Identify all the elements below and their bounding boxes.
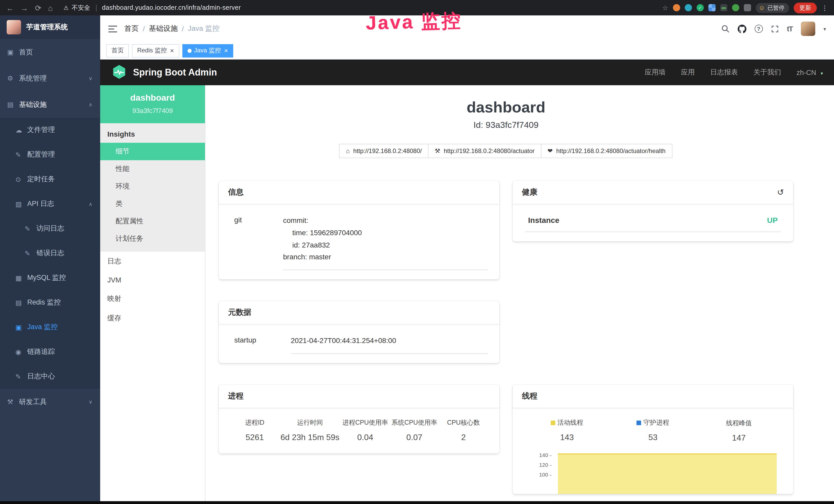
menu-item-file[interactable]: ☁ 文件管理: [0, 118, 100, 142]
menu-item-error-log[interactable]: ✎ 错误日志: [0, 241, 100, 266]
menu-item-log-center[interactable]: ✎ 日志中心: [0, 364, 100, 389]
browser-home-button[interactable]: ⌂: [48, 4, 53, 12]
threads-chart: 140 120 100: [528, 451, 780, 494]
tab-redis[interactable]: Redis 监控 ×: [132, 44, 179, 57]
sba-menu-caches[interactable]: 缓存: [100, 308, 205, 328]
locale-select[interactable]: zh-CN ▾: [796, 69, 823, 76]
menu-item-mysql[interactable]: ▦ MySQL 监控: [0, 266, 100, 290]
metric-value: 0.07: [390, 433, 439, 442]
menu-label: API 日志: [27, 199, 54, 208]
info-line: branch: master: [283, 251, 488, 264]
sba-menu-metrics[interactable]: 性能: [100, 160, 205, 178]
edit-icon: ✎: [16, 151, 27, 158]
sba-menu-jvm[interactable]: JVM: [100, 271, 205, 289]
search-icon[interactable]: [721, 25, 729, 33]
history-icon[interactable]: ↺: [777, 187, 784, 197]
card-header: 元数据: [219, 301, 499, 324]
browser-menu-icon[interactable]: ⋮: [821, 4, 828, 12]
menu-item-infra[interactable]: ▤ 基础设施 ∧: [0, 91, 100, 118]
dashboard-icon: ▣: [7, 48, 19, 56]
layers-icon: ▤: [16, 299, 27, 306]
menu-item-api-log[interactable]: ▧ API 日志 ∧: [0, 191, 100, 216]
menu-item-access-log[interactable]: ✎ 访问日志: [0, 216, 100, 241]
sba-menu-environment[interactable]: 环境: [100, 178, 205, 195]
edit-icon: ✎: [16, 372, 27, 380]
nav-about[interactable]: 关于我们: [753, 68, 781, 77]
service-url-link[interactable]: ⌂ http://192.168.0.2:48080/: [339, 144, 429, 158]
metric-value: 5261: [230, 433, 279, 442]
menu-item-home[interactable]: ▣ 首页: [0, 39, 100, 65]
info-row: git commit: time: 1596289704000 id: 27aa…: [230, 214, 488, 270]
extension-icon[interactable]: ✓: [696, 4, 704, 11]
actuator-url-link[interactable]: ⚒ http://192.168.0.2:48080/actuator: [428, 144, 541, 158]
sba-menu-classes[interactable]: 类: [100, 195, 205, 212]
browser-address-bar[interactable]: ⚠ 不安全 dashboard.yudao.iocoder.cn/infra/a…: [63, 3, 241, 12]
extension-icon[interactable]: [673, 4, 680, 11]
sba-menu-logs[interactable]: 日志: [100, 252, 205, 271]
extension-icon[interactable]: [684, 4, 692, 11]
sba-menu-configprops[interactable]: 配置属性: [100, 212, 205, 230]
menu-item-system[interactable]: ⚙ 系统管理 ∨: [0, 65, 100, 91]
github-icon[interactable]: [738, 24, 746, 33]
paused-badge[interactable]: ☺ 已暂停: [755, 3, 789, 13]
sba-menu-scheduled-tasks[interactable]: 计划任务: [100, 230, 205, 248]
table-icon: ▦: [16, 274, 27, 282]
menu-item-redis[interactable]: ▤ Redis 监控: [0, 290, 100, 315]
nav-journal[interactable]: 日志报表: [710, 68, 738, 77]
close-icon[interactable]: ×: [170, 47, 174, 54]
instance-links: ⌂ http://192.168.0.2:48080/ ⚒ http://192…: [219, 144, 793, 158]
bookmark-star-icon[interactable]: ☆: [662, 4, 668, 12]
metric-label: 运行时间: [279, 418, 341, 427]
menu-item-config[interactable]: ✎ 配置管理: [0, 142, 100, 167]
monitor-icon: ▤: [7, 101, 19, 108]
extension-icon[interactable]: on: [720, 4, 727, 11]
threads-legend: 活动线程 143 守护进程 53: [524, 417, 782, 443]
menu-label: 系统管理: [19, 74, 47, 83]
browser-update-button[interactable]: 更新: [794, 2, 817, 13]
breadcrumb-home[interactable]: 首页: [124, 24, 139, 33]
extension-icon[interactable]: [708, 4, 715, 11]
link-label: http://192.168.0.2:48080/actuator/health: [556, 147, 666, 155]
browser-forward-button[interactable]: →: [21, 4, 28, 12]
y-axis-tick: 100: [528, 472, 552, 478]
close-icon[interactable]: ×: [224, 47, 228, 54]
sba-menu-mappings[interactable]: 映射: [100, 289, 205, 308]
chevron-up-icon: ∧: [89, 102, 92, 107]
avatar[interactable]: [801, 22, 815, 36]
health-url-link[interactable]: ❤ http://192.168.0.2:48080/actuator/heal…: [541, 144, 672, 158]
menu-label: Redis 监控: [27, 298, 61, 307]
cloud-icon: ☁: [16, 126, 27, 134]
metric-label: 进程CPU使用率: [341, 418, 390, 427]
tab-label: 首页: [111, 46, 124, 55]
browser-toolbar-right: ☆ ✓ on ☺ 已暂停 更新 ⋮: [662, 2, 828, 13]
nav-applications[interactable]: 应用: [681, 68, 695, 77]
extension-icon[interactable]: [732, 4, 739, 11]
app-region: 首页 / 基础设施 / Java 监控 ? tT ▾: [100, 16, 834, 504]
sba-menu-details[interactable]: 细节: [100, 143, 205, 160]
breadcrumb-section[interactable]: 基础设施: [149, 24, 178, 33]
tab-java[interactable]: Java 监控 ×: [182, 44, 233, 57]
fullscreen-icon[interactable]: [771, 25, 779, 32]
menu-item-java[interactable]: ▣ Java 监控: [0, 315, 100, 339]
app-logo[interactable]: 芋道管理系统: [0, 16, 100, 39]
hamburger-icon[interactable]: [108, 25, 117, 32]
browser-reload-button[interactable]: ⟳: [35, 4, 41, 12]
nav-wallboard[interactable]: 应用墙: [645, 68, 665, 77]
caret-down-icon[interactable]: ▾: [824, 26, 826, 31]
wrench-icon: ⚒: [435, 147, 440, 155]
card-header: 信息: [219, 181, 499, 204]
menu-item-devtools[interactable]: ⚒ 研发工具 ∨: [0, 389, 100, 415]
tab-home[interactable]: 首页: [106, 44, 129, 57]
sba-body: dashboard 93a3fc7f7409 Insights 细节 性能 环境…: [100, 85, 834, 504]
font-size-icon[interactable]: tT: [787, 25, 793, 33]
browser-back-button[interactable]: ←: [6, 4, 14, 12]
menu-item-trace[interactable]: ◉ 链路追踪: [0, 339, 100, 364]
menu-label: MySQL 监控: [27, 273, 66, 282]
header-actions: ? tT ▾: [721, 22, 826, 36]
menu-item-job[interactable]: ⊙ 定时任务: [0, 167, 100, 191]
metadata-value: 2021-04-27T00:44:31.254+08:00: [291, 335, 488, 354]
help-icon[interactable]: ?: [755, 25, 763, 33]
brand-title[interactable]: Spring Boot Admin: [133, 67, 217, 78]
extensions-puzzle-icon[interactable]: [744, 4, 751, 11]
metric-value: 2: [439, 433, 488, 442]
